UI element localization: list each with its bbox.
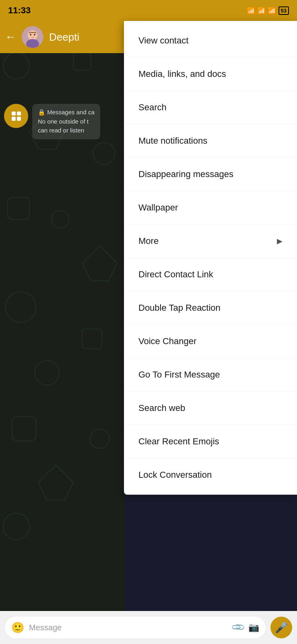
menu-item-wallpaper[interactable]: Wallpaper xyxy=(124,191,297,225)
menu-item-more[interactable]: More▶ xyxy=(124,225,297,258)
dot3 xyxy=(12,117,16,121)
bubble-message2: No one outside of t xyxy=(38,117,95,126)
avatar-image xyxy=(22,26,43,48)
menu-item-go-to-first-message[interactable]: Go To First Message xyxy=(124,358,297,392)
svg-point-12 xyxy=(5,292,36,322)
menu-item-clear-recent-emojis[interactable]: Clear Recent Emojis xyxy=(124,425,297,458)
svg-point-1 xyxy=(28,30,37,40)
menu-item-label: Search xyxy=(138,102,167,113)
status-time: 11:33 xyxy=(8,5,31,16)
camera-icon[interactable]: 📷 xyxy=(248,622,259,633)
menu-item-view-contact[interactable]: View contact xyxy=(124,24,297,58)
menu-item-label: Go To First Message xyxy=(138,369,220,380)
menu-item-label: Clear Recent Emojis xyxy=(138,436,219,447)
menu-item-label: More xyxy=(138,236,159,246)
back-button[interactable]: ← xyxy=(5,31,16,43)
dot4 xyxy=(17,117,21,121)
svg-point-5 xyxy=(3,53,29,79)
menu-item-label: Disappearing messages xyxy=(138,169,233,180)
svg-point-14 xyxy=(35,361,59,385)
svg-marker-17 xyxy=(38,465,73,500)
menu-item-disappearing-messages[interactable]: Disappearing messages xyxy=(124,158,297,191)
menu-item-media,-links,-and-docs[interactable]: Media, links, and docs xyxy=(124,58,297,91)
menu-item-search-web[interactable]: Search web xyxy=(124,392,297,425)
svg-rect-15 xyxy=(12,417,36,441)
attachment-icon[interactable]: 📎 xyxy=(231,620,245,635)
menu-item-search[interactable]: Search xyxy=(124,91,297,124)
menu-item-label: Mute notifications xyxy=(138,136,207,146)
menu-item-label: Wallpaper xyxy=(138,202,178,213)
chat-background xyxy=(0,0,125,644)
chevron-right-icon: ▶ xyxy=(277,237,283,246)
dot1 xyxy=(12,111,16,116)
svg-rect-9 xyxy=(8,197,29,219)
svg-marker-11 xyxy=(82,246,117,281)
bubble-message3: can read or listen xyxy=(38,126,95,135)
status-bar: 11:33 📶 📶 📶 53 xyxy=(0,0,297,21)
wifi-icon: 📶 xyxy=(247,7,255,14)
menu-item-label: Search web xyxy=(138,403,185,413)
message-input-wrap: 🙂 Message 📎 📷 xyxy=(5,617,266,638)
mic-button[interactable]: 🎤 xyxy=(270,617,292,638)
info-bubble: 🔒 Messages and ca No one outside of t ca… xyxy=(4,104,100,139)
svg-point-10 xyxy=(52,211,69,228)
menu-item-label: Media, links, and docs xyxy=(138,69,226,79)
svg-point-4 xyxy=(34,34,35,35)
signal-icon1: 📶 xyxy=(258,7,266,14)
bubble-text: 🔒 Messages and ca No one outside of t ca… xyxy=(32,104,100,139)
menu-item-label: View contact xyxy=(138,35,188,46)
svg-point-18 xyxy=(3,513,29,539)
bubble-icon xyxy=(4,104,28,128)
dropdown-menu: View contactMedia, links, and docsSearch… xyxy=(124,21,297,495)
emoji-icon[interactable]: 🙂 xyxy=(11,621,24,634)
svg-point-8 xyxy=(93,142,115,164)
menu-item-voice-changer[interactable]: Voice Changer xyxy=(124,325,297,358)
message-placeholder[interactable]: Message xyxy=(29,623,228,632)
battery-icon: 53 xyxy=(278,6,289,15)
svg-point-3 xyxy=(30,34,31,35)
menu-item-label: Direct Contact Link xyxy=(138,269,213,280)
menu-item-label: Lock Conversation xyxy=(138,470,212,480)
menu-item-label: Voice Changer xyxy=(138,336,196,347)
input-bar: 🙂 Message 📎 📷 🎤 xyxy=(0,611,297,644)
signal-icon2: 📶 xyxy=(268,7,276,14)
avatar xyxy=(22,26,43,48)
bubble-message: 🔒 Messages and ca xyxy=(38,108,95,117)
status-icons: 📶 📶 📶 53 xyxy=(247,6,289,15)
menu-item-lock-conversation[interactable]: Lock Conversation xyxy=(124,458,297,491)
menu-item-direct-contact-link[interactable]: Direct Contact Link xyxy=(124,258,297,291)
menu-item-mute-notifications[interactable]: Mute notifications xyxy=(124,124,297,158)
mic-icon: 🎤 xyxy=(275,621,288,634)
svg-rect-13 xyxy=(82,329,102,349)
menu-item-label: Double Tap Reaction xyxy=(138,303,221,313)
svg-point-16 xyxy=(90,429,109,448)
menu-item-double-tap-reaction[interactable]: Double Tap Reaction xyxy=(124,291,297,325)
svg-rect-6 xyxy=(73,53,91,70)
dot2 xyxy=(17,111,21,116)
